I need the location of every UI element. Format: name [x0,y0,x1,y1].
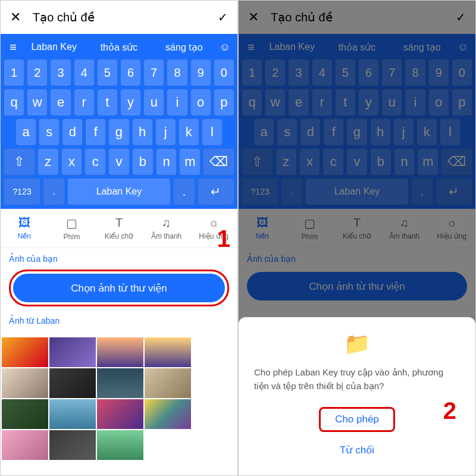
deny-button[interactable]: Từ chối [250,437,464,464]
key-8[interactable]: 8 [167,59,187,86]
tab-Phím[interactable]: ▢Phím [48,209,96,248]
key-2[interactable]: 2 [27,59,48,86]
suggest-word[interactable]: sáng tạo [152,42,217,53]
key-3[interactable]: 3 [50,59,71,86]
key-r[interactable]: r [312,89,333,116]
key-c[interactable]: c [322,148,344,176]
key-g[interactable]: g [108,118,129,146]
wallpaper-thumb[interactable] [49,399,96,429]
key-s[interactable]: s [277,118,298,146]
key-7[interactable]: 7 [381,59,402,86]
wallpaper-thumb[interactable] [97,368,143,398]
key-f[interactable]: f [85,118,106,146]
tab-Âm thanh[interactable]: ♫Âm thanh [381,209,428,248]
key-m[interactable]: m [417,148,439,176]
backspace-key[interactable]: ⌫ [203,148,234,176]
key-0[interactable]: 0 [214,59,234,86]
key-t[interactable]: t [97,89,118,116]
wallpaper-thumb[interactable] [2,337,48,367]
wallpaper-thumb[interactable] [145,399,191,429]
key-5[interactable]: 5 [335,59,356,86]
tab-Hiệu ứng[interactable]: ☼Hiệu ứng [190,209,237,248]
key-o[interactable]: o [190,89,211,116]
key-3[interactable]: 3 [288,59,309,86]
key-c[interactable]: c [84,148,106,176]
tab-Hiệu ứng[interactable]: ☼Hiệu ứng [428,209,475,248]
comma-key[interactable]: , [281,178,302,205]
key-4[interactable]: 4 [74,59,95,86]
key-1[interactable]: 1 [242,59,262,86]
key-f[interactable]: f [323,118,344,146]
allow-button[interactable]: Cho phép [324,410,390,429]
wallpaper-thumb[interactable] [2,430,48,460]
key-w[interactable]: w [265,89,286,116]
key-x[interactable]: x [299,148,321,176]
backspace-key[interactable]: ⌫ [441,148,472,176]
key-o[interactable]: o [428,89,449,116]
key-u[interactable]: u [143,89,164,116]
wallpaper-thumb[interactable] [49,368,96,398]
confirm-icon[interactable]: ✓ [456,10,466,24]
key-7[interactable]: 7 [143,59,164,86]
space-key[interactable]: Laban Key [67,178,171,205]
tab-Nền[interactable]: 🖼Nền [1,209,48,248]
key-9[interactable]: 9 [428,59,449,86]
key-y[interactable]: y [358,89,379,116]
key-y[interactable]: y [120,89,141,116]
confirm-icon[interactable]: ✓ [218,10,228,24]
space-key[interactable]: Laban Key [305,178,409,205]
key-u[interactable]: u [381,89,402,116]
shift-key[interactable]: ⇧ [4,148,35,176]
key-p[interactable]: p [452,89,472,116]
key-w[interactable]: w [27,89,48,116]
key-z[interactable]: z [37,148,59,176]
key-l[interactable]: l [202,118,223,146]
key-j[interactable]: j [393,118,414,146]
wallpaper-thumb[interactable] [97,430,143,460]
enter-key[interactable]: ↵ [436,178,472,205]
key-e[interactable]: e [50,89,71,116]
key-d[interactable]: d [62,118,83,146]
key-6[interactable]: 6 [120,59,141,86]
key-v[interactable]: v [346,148,368,176]
tab-Nền[interactable]: 🖼Nền [239,209,286,248]
close-icon[interactable]: ✕ [248,10,259,25]
key-5[interactable]: 5 [97,59,118,86]
emoji-icon[interactable]: ☺ [455,41,471,54]
emoji-icon[interactable]: ☺ [217,41,233,54]
key-b[interactable]: b [370,148,392,176]
key-l[interactable]: l [440,118,461,146]
key-m[interactable]: m [179,148,201,176]
wallpaper-thumb[interactable] [97,337,143,367]
wallpaper-thumb[interactable] [49,430,96,460]
wallpaper-thumb[interactable] [2,399,48,429]
comma-key[interactable]: , [43,178,64,205]
key-b[interactable]: b [132,148,154,176]
key-r[interactable]: r [74,89,95,116]
tab-Âm thanh[interactable]: ♫Âm thanh [143,209,190,248]
choose-from-library-button[interactable]: Chọn ảnh từ thư viện [13,274,225,302]
key-h[interactable]: h [370,118,391,146]
key-n[interactable]: n [394,148,415,176]
key-n[interactable]: n [156,148,177,176]
key-a[interactable]: a [253,118,274,146]
wallpaper-thumb[interactable] [49,337,96,367]
key-k[interactable]: k [416,118,437,146]
wallpaper-thumb[interactable] [145,337,191,367]
key-a[interactable]: a [15,118,36,146]
symbols-key[interactable]: ?123 [4,178,40,205]
menu-icon[interactable]: ≡ [243,40,259,54]
dot-key[interactable]: . [411,178,433,205]
key-d[interactable]: d [300,118,321,146]
suggest-word[interactable]: thỏa sức [324,42,389,53]
close-icon[interactable]: ✕ [10,10,21,25]
enter-key[interactable]: ↵ [198,178,234,205]
key-9[interactable]: 9 [190,59,211,86]
dot-key[interactable]: . [173,178,195,205]
key-i[interactable]: i [405,89,425,116]
tab-Kiểu chữ[interactable]: TKiểu chữ [333,209,381,248]
key-g[interactable]: g [346,118,367,146]
symbols-key[interactable]: ?123 [242,178,278,205]
key-z[interactable]: z [275,148,297,176]
key-q[interactable]: q [4,89,24,116]
